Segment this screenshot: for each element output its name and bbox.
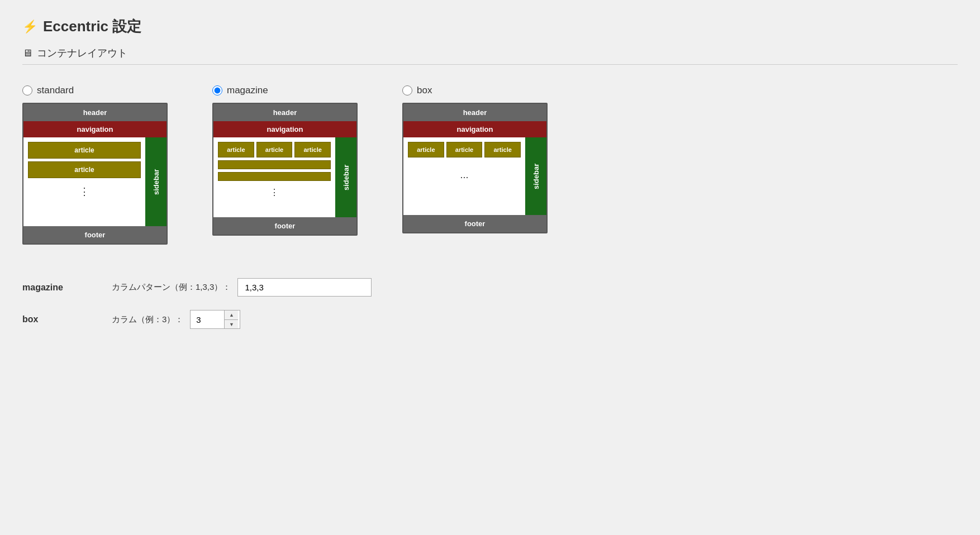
box-nav: navigation	[403, 121, 546, 137]
magazine-dots: ⋮	[218, 184, 331, 201]
box-articles-area: article article article ...	[403, 137, 525, 215]
box-article-3: article	[484, 142, 521, 157]
section-title: 🖥 コンテナレイアウト	[22, 46, 958, 60]
magazine-radio-label[interactable]: magazine	[212, 85, 268, 96]
standard-radio[interactable]	[22, 85, 32, 95]
box-settings-field: カラム（例：3）： ▲ ▼	[112, 310, 240, 329]
magazine-header: header	[213, 104, 356, 121]
box-white	[408, 188, 521, 211]
magazine-wide-1	[218, 160, 331, 169]
box-radio[interactable]	[402, 85, 412, 95]
box-article-2: article	[446, 142, 483, 157]
standard-article-2: article	[28, 161, 141, 178]
section-title-text: コンテナレイアウト	[37, 46, 127, 60]
standard-white	[28, 205, 141, 222]
magazine-sidebar: sidebar	[335, 137, 356, 217]
standard-footer: footer	[23, 226, 166, 243]
box-settings-label: box	[22, 314, 112, 324]
box-settings-row: box カラム（例：3）： ▲ ▼	[22, 310, 958, 329]
magazine-diagram: header navigation article article articl…	[212, 103, 358, 236]
page-title: ⚡ Eccentric 設定	[22, 17, 958, 36]
magazine-nav: navigation	[213, 121, 356, 137]
standard-dots: ⋮	[28, 181, 141, 202]
magazine-radio[interactable]	[212, 85, 222, 95]
spinner-buttons: ▲ ▼	[224, 311, 238, 328]
magazine-label: magazine	[227, 85, 268, 96]
box-top-row: article article article	[408, 142, 521, 157]
spinner-up-button[interactable]: ▲	[225, 311, 238, 319]
standard-diagram: header navigation article article ⋮ side…	[22, 103, 168, 245]
standard-articles-area: article article ⋮	[23, 137, 145, 226]
standard-header: header	[23, 104, 166, 121]
magazine-footer: footer	[213, 217, 356, 235]
layout-option-box: box header navigation article article ar…	[402, 85, 548, 245]
magazine-field-label: カラムパターン（例：1,3,3）：	[112, 282, 231, 293]
box-dots: ...	[408, 160, 521, 185]
standard-label: standard	[37, 85, 74, 96]
magazine-article-1: article	[218, 142, 254, 157]
box-radio-label[interactable]: box	[402, 85, 432, 96]
page-title-text: Eccentric 設定	[43, 17, 141, 36]
magazine-column-input[interactable]	[237, 278, 372, 297]
magazine-content-area: article article article ⋮ sidebar	[213, 137, 356, 217]
layout-option-magazine: magazine header navigation article artic…	[212, 85, 358, 245]
standard-article-1: article	[28, 142, 141, 159]
box-article-1: article	[408, 142, 444, 157]
section-divider	[22, 64, 958, 65]
box-spinner-wrapper: ▲ ▼	[190, 310, 240, 329]
magazine-article-2: article	[256, 142, 293, 157]
box-diagram: header navigation article article articl…	[402, 103, 548, 233]
magazine-articles-area: article article article ⋮	[213, 137, 335, 217]
box-column-input[interactable]	[191, 311, 224, 328]
spinner-down-button[interactable]: ▼	[225, 319, 238, 328]
standard-radio-label[interactable]: standard	[22, 85, 74, 96]
box-header: header	[403, 104, 546, 121]
bolt-icon: ⚡	[22, 20, 37, 34]
magazine-settings-row: magazine カラムパターン（例：1,3,3）：	[22, 278, 958, 297]
settings-section: magazine カラムパターン（例：1,3,3）： box カラム（例：3）：…	[22, 278, 958, 329]
layout-options: standard header navigation article artic…	[22, 85, 958, 245]
standard-content-area: article article ⋮ sidebar	[23, 137, 166, 226]
standard-nav: navigation	[23, 121, 166, 137]
box-sidebar: sidebar	[525, 137, 546, 215]
standard-sidebar: sidebar	[145, 137, 166, 226]
monitor-icon: 🖥	[22, 47, 32, 59]
box-label: box	[417, 85, 432, 96]
box-field-label: カラム（例：3）：	[112, 314, 183, 325]
layout-option-standard: standard header navigation article artic…	[22, 85, 168, 245]
magazine-wide-2	[218, 172, 331, 181]
box-footer: footer	[403, 215, 546, 232]
magazine-top-row: article article article	[218, 142, 331, 157]
magazine-settings-label: magazine	[22, 283, 112, 293]
box-content-area: article article article ... sidebar	[403, 137, 546, 215]
magazine-white	[218, 204, 331, 213]
magazine-settings-field: カラムパターン（例：1,3,3）：	[112, 278, 372, 297]
magazine-article-3: article	[294, 142, 331, 157]
